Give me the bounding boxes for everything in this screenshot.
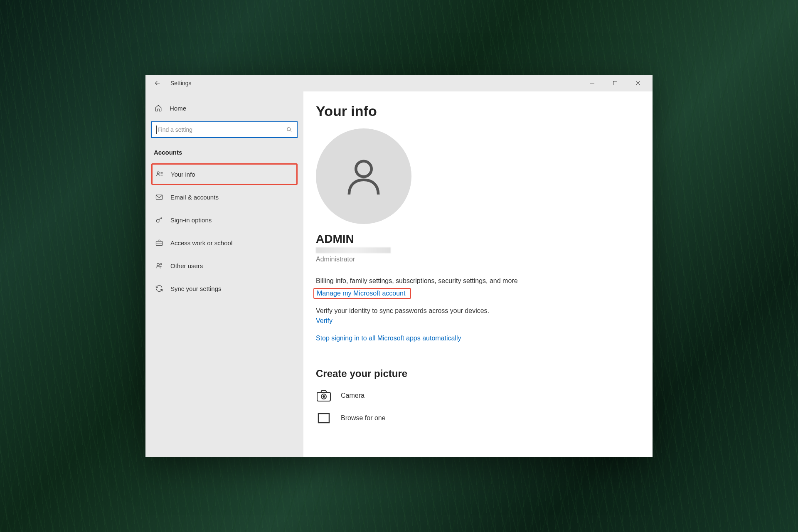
verify-info-text: Verify your identity to sync passwords a… bbox=[316, 307, 640, 315]
search-box[interactable] bbox=[151, 121, 298, 138]
user-email-blurred bbox=[316, 247, 391, 253]
stop-signin-link[interactable]: Stop signing in to all Microsoft apps au… bbox=[316, 335, 461, 342]
window-controls bbox=[581, 75, 649, 91]
user-role-text: Administrator bbox=[316, 256, 640, 263]
content-area: Your info ADMIN Administrator Billing in… bbox=[303, 91, 653, 457]
svg-rect-10 bbox=[156, 195, 163, 200]
close-button[interactable] bbox=[626, 75, 649, 91]
create-picture-heading: Create your picture bbox=[316, 368, 640, 379]
sidebar-item-email-accounts[interactable]: Email & accounts bbox=[151, 186, 298, 208]
camera-icon bbox=[316, 389, 332, 403]
sidebar-item-label: Sync your settings bbox=[170, 285, 222, 292]
sidebar-item-other-users[interactable]: Other users bbox=[151, 255, 298, 276]
svg-point-4 bbox=[287, 128, 291, 131]
avatar bbox=[316, 128, 411, 224]
sidebar-item-sync-settings[interactable]: Sync your settings bbox=[151, 278, 298, 299]
sidebar-section-label: Accounts bbox=[151, 146, 298, 163]
sidebar-item-label: Your info bbox=[171, 171, 195, 178]
manage-account-link[interactable]: Manage my Microsoft account bbox=[313, 288, 411, 299]
svg-point-6 bbox=[157, 172, 159, 174]
browse-icon bbox=[316, 411, 332, 425]
home-icon bbox=[154, 104, 163, 112]
svg-rect-19 bbox=[318, 414, 329, 423]
sidebar-item-label: Email & accounts bbox=[170, 194, 219, 201]
svg-point-11 bbox=[156, 219, 159, 222]
window-title: Settings bbox=[170, 80, 192, 86]
svg-point-14 bbox=[160, 264, 162, 265]
settings-window: Settings Home bbox=[145, 75, 653, 457]
minimize-button[interactable] bbox=[581, 75, 603, 91]
svg-rect-1 bbox=[613, 81, 617, 85]
sidebar-item-signin-options[interactable]: Sign-in options bbox=[151, 209, 298, 231]
home-button[interactable]: Home bbox=[151, 99, 298, 117]
browse-option-label: Browse for one bbox=[341, 414, 386, 422]
back-button[interactable] bbox=[152, 78, 163, 89]
svg-point-13 bbox=[157, 264, 160, 266]
username-text: ADMIN bbox=[316, 232, 640, 246]
briefcase-icon bbox=[155, 239, 164, 247]
search-icon bbox=[286, 126, 293, 133]
svg-point-15 bbox=[356, 161, 371, 177]
mail-icon bbox=[155, 193, 164, 201]
camera-option-label: Camera bbox=[341, 392, 365, 399]
page-title: Your info bbox=[316, 103, 640, 119]
svg-line-5 bbox=[290, 131, 292, 132]
maximize-button[interactable] bbox=[603, 75, 626, 91]
sidebar-item-access-work-school[interactable]: Access work or school bbox=[151, 232, 298, 254]
sidebar-item-label: Access work or school bbox=[170, 239, 232, 246]
sidebar-item-label: Sign-in options bbox=[170, 217, 212, 224]
titlebar: Settings bbox=[145, 75, 653, 91]
svg-rect-12 bbox=[156, 241, 163, 246]
camera-option[interactable]: Camera bbox=[316, 389, 640, 403]
browse-option[interactable]: Browse for one bbox=[316, 411, 640, 425]
other-users-icon bbox=[155, 261, 164, 270]
key-icon bbox=[155, 216, 164, 224]
window-body: Home Accounts Your info bbox=[145, 91, 653, 457]
sidebar-item-your-info[interactable]: Your info bbox=[151, 163, 298, 185]
person-card-icon bbox=[155, 170, 164, 178]
verify-link[interactable]: Verify bbox=[316, 317, 332, 325]
nav-list: Your info Email & accounts Sign-in optio… bbox=[151, 163, 298, 299]
search-input[interactable] bbox=[156, 126, 286, 134]
sidebar-item-label: Other users bbox=[170, 262, 203, 269]
billing-info-text: Billing info, family settings, subscript… bbox=[316, 277, 640, 285]
sidebar: Home Accounts Your info bbox=[145, 91, 303, 457]
svg-point-18 bbox=[323, 396, 325, 397]
sync-icon bbox=[155, 284, 164, 293]
home-label: Home bbox=[170, 105, 186, 112]
